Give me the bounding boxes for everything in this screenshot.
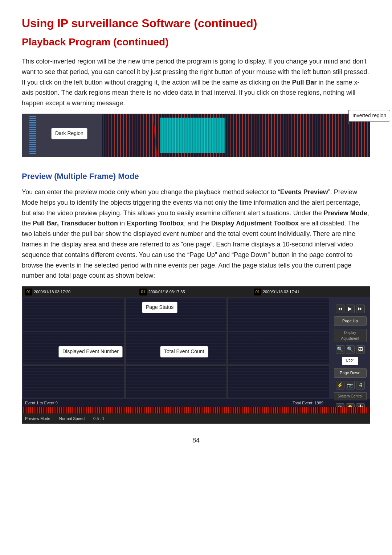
timeline-image: Dark Region bbox=[22, 114, 370, 157]
page-status-callout: Page Status bbox=[142, 302, 177, 313]
section-title-preview: Preview (Multiple Frame) Mode bbox=[22, 170, 370, 183]
preview-image: 01 2000/01/18 03:17:20 01 2000/01/18 03:… bbox=[22, 286, 370, 424]
cell-date-2: 2000/01/18 03:17:35 bbox=[148, 289, 185, 295]
skip-back-icon[interactable]: ⏮ bbox=[336, 305, 344, 313]
play-icon[interactable]: ▶ bbox=[346, 305, 355, 313]
displayed-event-callout: Displayed Event Number bbox=[58, 346, 123, 358]
inverted-region-callout: Inverted region bbox=[348, 110, 390, 122]
screenshot-icon[interactable]: 🖼 bbox=[356, 345, 365, 354]
page-up-button[interactable]: Page Up bbox=[334, 316, 367, 326]
preview-bottom-bar: Preview Mode Normal Speed 0.5 : 1 bbox=[22, 413, 370, 424]
paragraph-2: You can enter the preview mode only when… bbox=[22, 187, 370, 281]
preview-cell-1 bbox=[23, 298, 124, 331]
zoom-controls: 🔍 🔍 🖼 bbox=[336, 345, 365, 354]
normal-speed-label: Normal Speed bbox=[59, 416, 85, 422]
dark-region-callout: Dark Region bbox=[51, 128, 87, 139]
page-number: 84 bbox=[192, 437, 200, 444]
cell-label-2: 01 bbox=[139, 289, 147, 295]
preview-cell-6 bbox=[228, 332, 329, 365]
preview-mode-label: Preview Mode bbox=[25, 416, 50, 422]
pull-bar-bold: Pull Bar bbox=[292, 79, 317, 86]
cell-label-1: 01 bbox=[25, 289, 32, 295]
page-down-button[interactable]: Page Down bbox=[334, 368, 367, 378]
timeline-cyan-overlay bbox=[160, 118, 225, 153]
display-adjustment-label: Display Adjustment bbox=[334, 329, 367, 342]
page-title-2: Playback Program (continued) bbox=[22, 34, 370, 50]
timeline-left-bars bbox=[29, 116, 36, 155]
paragraph-1: This color-inverted region will be the n… bbox=[22, 56, 370, 109]
skip-forward-icon[interactable]: ⏭ bbox=[356, 305, 365, 313]
cell-date-3: 2000/01/18 03:17:41 bbox=[263, 289, 299, 295]
playback-controls: ⏮ ▶ ⏭ bbox=[336, 305, 365, 313]
preview-cell-7 bbox=[23, 366, 124, 399]
preview-cell-9 bbox=[228, 366, 329, 399]
zoom-in-icon[interactable]: 🔍 bbox=[336, 345, 344, 354]
speed-label: 0.5 : 1 bbox=[93, 416, 105, 422]
action-icons: ⚡ 📷 🖨 bbox=[336, 381, 365, 389]
pull-bar[interactable] bbox=[23, 407, 369, 413]
timeline-red-bars bbox=[102, 114, 370, 157]
preview-cell-3 bbox=[228, 298, 329, 331]
event-label-bar: Event 1 to Event 9 Total Event: 1989 bbox=[22, 399, 370, 407]
preview-cell-8 bbox=[125, 366, 227, 399]
camera-icon[interactable]: 📷 bbox=[346, 381, 355, 389]
cell-date-1: 2000/01/18 03:17:20 bbox=[34, 289, 70, 295]
page-title-1: Using IP surveillance Software (continue… bbox=[22, 15, 370, 33]
print-icon[interactable]: 🖨 bbox=[356, 381, 365, 389]
event-range-label: Event 1 to Event 9 bbox=[25, 400, 58, 406]
preview-top-bar: 01 2000/01/18 03:17:20 01 2000/01/18 03:… bbox=[22, 286, 370, 297]
preview-sidebar: ⏮ ▶ ⏭ Page Up Display Adjustment 🔍 🔍 🖼 1… bbox=[330, 297, 370, 399]
zoom-out-icon[interactable]: 🔍 bbox=[346, 345, 355, 354]
page-footer: 84 bbox=[22, 436, 370, 446]
page-number-badge: 1/221 bbox=[342, 357, 359, 365]
export-icon[interactable]: ⚡ bbox=[336, 381, 344, 389]
total-event-count-label: Total Event: 1989 bbox=[293, 400, 323, 406]
pullbar-inner bbox=[23, 407, 369, 413]
total-event-callout: Total Event Count bbox=[160, 346, 208, 358]
cell-label-3: 01 bbox=[254, 289, 261, 295]
system-control-label: System Control bbox=[334, 392, 367, 400]
